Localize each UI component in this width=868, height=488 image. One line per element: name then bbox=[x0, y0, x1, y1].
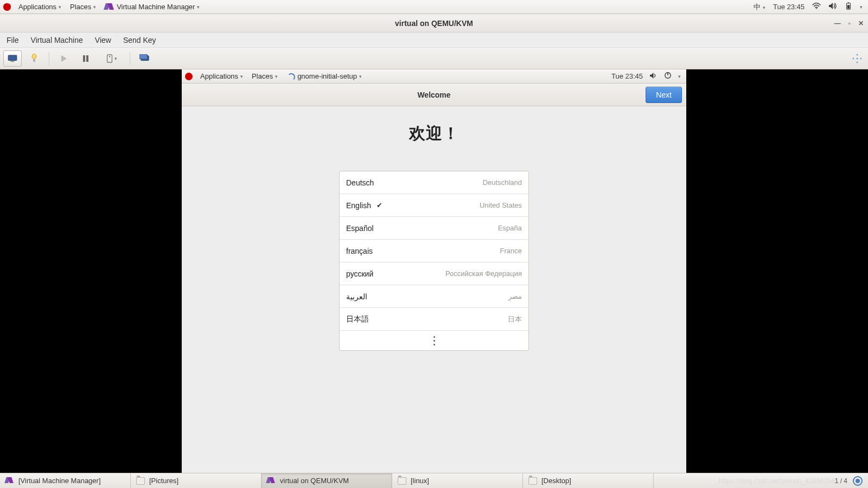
menu-virtual-machine[interactable]: Virtual Machine bbox=[31, 36, 83, 44]
svg-point-11 bbox=[108, 56, 110, 57]
language-region: 日本 bbox=[508, 314, 522, 324]
svg-rect-9 bbox=[86, 55, 88, 62]
gis-header-title: Welcome bbox=[417, 91, 450, 99]
guest-applications-menu[interactable]: Applications ▾ bbox=[196, 72, 247, 80]
language-region: France bbox=[500, 247, 522, 255]
more-icon bbox=[433, 336, 435, 346]
guest-applications-label: Applications bbox=[200, 72, 238, 80]
guest-places-menu[interactable]: Places ▾ bbox=[247, 72, 282, 80]
close-button[interactable]: ✕ bbox=[858, 20, 864, 27]
language-row[interactable]: françaisFrance bbox=[340, 240, 528, 262]
host-clock[interactable]: Tue 23:45 bbox=[773, 3, 805, 11]
host-tray: 1 / 4 bbox=[829, 473, 868, 488]
language-row[interactable]: English✔United States bbox=[340, 194, 528, 217]
vmm-window: virtual on QEMU/KVM — ▫ ✕ File Virtual M… bbox=[0, 14, 868, 475]
host-applications-label: Applications bbox=[18, 3, 56, 11]
host-top-panel: Applications ▾ Places ▾ Virtual Machine … bbox=[0, 0, 868, 14]
chevron-down-icon[interactable]: ▾ bbox=[678, 74, 681, 79]
host-applications-menu[interactable]: Applications ▾ bbox=[14, 0, 66, 14]
svg-rect-3 bbox=[847, 5, 850, 9]
svg-rect-4 bbox=[8, 55, 17, 60]
svg-point-6 bbox=[32, 54, 36, 59]
taskbar-item[interactable]: [linux] bbox=[392, 473, 523, 488]
accessibility-icon[interactable] bbox=[853, 476, 863, 486]
taskbar-item[interactable]: [Pictures] bbox=[131, 473, 261, 488]
language-name: Deutsch bbox=[346, 178, 374, 187]
language-row[interactable]: 日本語日本 bbox=[340, 308, 528, 331]
console-view-button[interactable] bbox=[3, 50, 22, 67]
folder-icon bbox=[398, 477, 406, 485]
volume-icon[interactable] bbox=[828, 2, 837, 11]
minimize-button[interactable]: — bbox=[834, 20, 841, 27]
taskbar-item[interactable]: [Virtual Machine Manager] bbox=[0, 473, 131, 488]
menu-send-key[interactable]: Send Key bbox=[123, 36, 156, 44]
fullscreen-button[interactable] bbox=[136, 50, 154, 67]
svg-rect-7 bbox=[33, 59, 35, 62]
chevron-down-icon: ▾ bbox=[275, 74, 278, 79]
toolbar-separator bbox=[49, 52, 49, 65]
vmm-window-title: virtual on QEMU/KVM bbox=[395, 19, 473, 28]
svg-rect-8 bbox=[83, 55, 85, 62]
language-region: Российская Федерация bbox=[445, 269, 522, 278]
shutdown-button[interactable]: ▾ bbox=[98, 50, 124, 67]
volume-icon[interactable] bbox=[649, 72, 658, 81]
chevron-down-icon: ▾ bbox=[114, 56, 117, 61]
language-more-button[interactable] bbox=[340, 331, 528, 350]
language-name: English bbox=[346, 201, 371, 210]
battery-icon[interactable] bbox=[845, 2, 852, 11]
guest-top-panel: Applications ▾ Places ▾ gnome-initial-se… bbox=[182, 69, 686, 84]
power-icon[interactable] bbox=[664, 72, 672, 81]
host-places-menu[interactable]: Places ▾ bbox=[66, 0, 100, 14]
ime-indicator[interactable]: 中 ▾ bbox=[754, 2, 765, 12]
language-name: français bbox=[346, 247, 373, 255]
guest-clock[interactable]: Tue 23:45 bbox=[611, 72, 643, 80]
svg-rect-13 bbox=[139, 54, 147, 59]
chevron-down-icon[interactable]: ▾ bbox=[860, 4, 863, 10]
guest-active-app-menu[interactable]: gnome-initial-setup ▾ bbox=[282, 72, 366, 81]
svg-point-14 bbox=[857, 57, 858, 59]
language-region: España bbox=[498, 224, 522, 232]
guest-active-app-label: gnome-initial-setup bbox=[297, 72, 357, 80]
guest-console-area[interactable]: Applications ▾ Places ▾ gnome-initial-se… bbox=[0, 69, 868, 475]
language-name: العربية bbox=[346, 292, 367, 301]
svg-rect-5 bbox=[11, 61, 15, 62]
gis-headerbar: Welcome Next bbox=[182, 84, 686, 106]
redhat-icon bbox=[3, 3, 11, 11]
language-row[interactable]: русскийРоссийская Федерация bbox=[340, 262, 528, 285]
taskbar-item[interactable]: virtual on QEMU/KVM bbox=[261, 473, 392, 488]
taskbar-item-label: [Desktop] bbox=[541, 477, 571, 485]
host-active-app-menu[interactable]: Virtual Machine Manager ▾ bbox=[100, 0, 204, 14]
menu-view[interactable]: View bbox=[95, 36, 111, 44]
details-view-button[interactable] bbox=[25, 50, 43, 67]
toolbar-separator bbox=[130, 52, 130, 65]
language-name: русский bbox=[346, 269, 373, 278]
taskbar-item-label: [Pictures] bbox=[149, 477, 178, 485]
svg-rect-10 bbox=[107, 54, 112, 62]
taskbar-item-label: virtual on QEMU/KVM bbox=[280, 477, 349, 485]
language-name: 日本語 bbox=[346, 314, 369, 324]
initial-setup-icon bbox=[286, 72, 295, 81]
run-button[interactable] bbox=[55, 50, 73, 67]
language-row[interactable]: DeutschDeutschland bbox=[340, 171, 528, 194]
folder-icon bbox=[528, 477, 537, 485]
wifi-icon[interactable] bbox=[812, 3, 821, 11]
vmm-toolbar: ▾ bbox=[0, 48, 868, 69]
taskbar-item-label: [linux] bbox=[411, 477, 429, 485]
vmm-titlebar[interactable]: virtual on QEMU/KVM — ▫ ✕ bbox=[0, 14, 868, 33]
next-button[interactable]: Next bbox=[646, 87, 682, 103]
page-indicator: 1 / 4 bbox=[835, 477, 847, 485]
language-row[interactable]: EspañolEspaña bbox=[340, 217, 528, 240]
pause-button[interactable] bbox=[76, 50, 95, 67]
welcome-heading: 欢迎！ bbox=[409, 123, 459, 145]
move-viewport-icon[interactable] bbox=[852, 53, 863, 64]
taskbar-item[interactable]: [Desktop] bbox=[523, 473, 654, 488]
language-name: Español bbox=[346, 224, 374, 233]
language-row[interactable]: العربيةمصر bbox=[340, 285, 528, 308]
menu-file[interactable]: File bbox=[7, 36, 19, 44]
folder-icon bbox=[136, 477, 145, 485]
svg-rect-2 bbox=[848, 2, 850, 3]
chevron-down-icon: ▾ bbox=[359, 74, 362, 79]
chevron-down-icon: ▾ bbox=[59, 4, 61, 10]
redhat-icon bbox=[185, 73, 193, 80]
maximize-button[interactable]: ▫ bbox=[848, 20, 851, 27]
